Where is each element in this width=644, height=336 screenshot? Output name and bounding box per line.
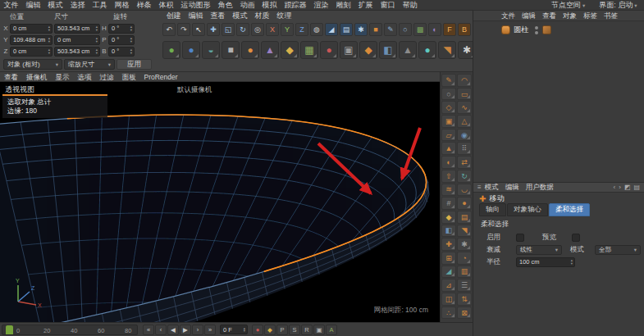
material-menu-item[interactable]: 纹理 (273, 11, 295, 21)
camera-label[interactable]: 默认摄像机 (177, 85, 212, 95)
spinner-icon[interactable]: ▴▾ (129, 48, 132, 54)
spinner-icon[interactable]: ▴▾ (569, 259, 573, 265)
object-manager-menu-item[interactable]: 文件 (498, 11, 518, 21)
spinner-icon[interactable]: ▴▾ (242, 327, 245, 333)
spin-down-icon[interactable]: ▾ (48, 52, 50, 54)
toolbar-icon[interactable]: ▲ (261, 41, 279, 59)
main-menu-item[interactable]: 跟踪器 (281, 0, 310, 11)
apply-button[interactable]: 应用 (116, 59, 152, 70)
falloff-dropdown[interactable]: 线性▾ (516, 245, 562, 255)
toolbar-icon[interactable]: ◒ (202, 41, 220, 59)
toolbar-icon[interactable]: F (443, 23, 456, 36)
modeling-tool-icon[interactable]: ⊞ (441, 252, 456, 265)
attribute-menu-item[interactable]: 用户数据 (523, 182, 557, 193)
toolbar-icon[interactable]: ● (241, 41, 259, 59)
transport-button[interactable]: › (192, 325, 203, 335)
position-x-field[interactable]: 0 cm▴▾ (10, 24, 53, 34)
toolbar-icon[interactable]: Z (295, 23, 308, 36)
prorender-menu[interactable]: ProRender (140, 72, 182, 82)
main-menu-item[interactable]: 模式 (44, 0, 66, 11)
main-menu-item[interactable]: 雕刻 (332, 0, 354, 11)
material-menu-item[interactable]: 模式 (229, 11, 251, 21)
toolbar-icon[interactable]: ● (162, 41, 180, 59)
spinner-icon[interactable]: ▴▾ (94, 48, 98, 54)
modeling-tool-icon[interactable]: ● (457, 197, 472, 210)
cylinder-icon[interactable] (501, 25, 510, 34)
size-x-field[interactable]: 503.543 cm▴▾ (54, 24, 100, 34)
toolbar-icon[interactable]: ◐ (428, 23, 441, 36)
perspective-viewport[interactable]: XYZ 透视视图 选取对象 总计 边缘: 180 默认摄像机 网格间距: 100… (0, 82, 440, 322)
material-menu-item[interactable]: 创建 (162, 11, 185, 21)
modeling-tool-icon[interactable]: ⇧ (441, 170, 456, 183)
spinner-icon[interactable]: ▴▾ (47, 48, 50, 54)
main-menu-item[interactable]: 样条 (133, 0, 155, 11)
playhead[interactable] (6, 325, 13, 335)
radius-field[interactable]: 100 cm▴▾ (516, 257, 575, 267)
timeline-ruler[interactable]: 020406080 (2, 325, 138, 335)
modeling-tool-icon[interactable]: ✱ (457, 238, 472, 251)
transport-button[interactable]: » (204, 325, 216, 335)
modeling-tool-icon[interactable]: ◔ (457, 252, 472, 265)
toolbar-icon[interactable]: B (458, 23, 471, 36)
toolbar-icon[interactable]: Y (281, 23, 294, 36)
modeling-tool-icon[interactable]: ⇄ (457, 156, 472, 169)
main-menu-item[interactable]: 体积 (155, 0, 177, 11)
viewport-menu-item[interactable]: 查看 (0, 72, 22, 82)
current-frame-field[interactable]: 0 F▴▾ (220, 325, 248, 334)
modeling-tool-icon[interactable]: ▣ (441, 115, 456, 128)
object-manager-menu-item[interactable]: 对象 (560, 11, 580, 21)
attribute-tab[interactable]: 对象轴心 (507, 203, 548, 216)
spin-down-icon[interactable]: ▾ (96, 29, 98, 31)
editor-visibility-dot[interactable] (535, 26, 538, 30)
record-button[interactable]: R (301, 325, 313, 335)
modeling-tool-icon[interactable]: ◧ (441, 225, 456, 238)
record-button[interactable]: ◆ (264, 325, 276, 335)
material-menu-item[interactable]: 材质 (251, 11, 273, 21)
modeling-tool-icon[interactable]: ○ (441, 88, 456, 101)
render-visibility-dot[interactable] (535, 31, 538, 34)
modeling-tool-icon[interactable]: ◥ (457, 225, 472, 238)
transport-button[interactable]: ‹ (155, 325, 167, 335)
spin-down-icon[interactable]: ▾ (244, 329, 245, 332)
toolbar-icon[interactable]: ◍ (310, 23, 323, 36)
spin-down-icon[interactable]: ▾ (96, 40, 98, 43)
modeling-tool-icon[interactable]: ✚ (441, 238, 456, 251)
viewport-menu-item[interactable]: 选项 (74, 72, 96, 82)
toolbar-icon[interactable]: X (266, 23, 279, 36)
toolbar-icon[interactable]: ■ (222, 41, 240, 59)
size-y-field[interactable]: 0 cm▴▾ (54, 35, 100, 45)
modeling-tool-icon[interactable]: ◐ (441, 156, 456, 169)
rotation-h-field[interactable]: 0 °▴▾ (108, 24, 135, 34)
toolbar-icon[interactable]: ✎ (384, 23, 397, 36)
spin-down-icon[interactable]: ▾ (96, 52, 98, 54)
main-menu-item[interactable]: 选择 (66, 0, 89, 11)
spin-down-icon[interactable]: ▾ (130, 52, 132, 54)
modeling-tool-icon[interactable]: ◢ (441, 266, 456, 279)
record-button[interactable]: ● (252, 325, 263, 335)
enable-checkbox[interactable] (516, 234, 524, 242)
viewport-menu-item[interactable]: 显示 (52, 72, 74, 82)
modeling-tool-icon[interactable]: △ (457, 115, 472, 128)
toolbar-icon[interactable]: ◆ (281, 41, 299, 59)
toolbar-icon[interactable]: ↶ (162, 23, 176, 36)
coord-mode-dropdown[interactable]: 对象 (相对)▾ (3, 59, 62, 70)
transport-button[interactable]: « (143, 325, 154, 335)
history-back-icon[interactable]: ‹ (614, 184, 616, 191)
modeling-tool-icon[interactable]: ◠ (457, 74, 472, 87)
main-menu-item[interactable]: 动画 (236, 0, 258, 11)
object-manager-menu-item[interactable]: 编辑 (518, 11, 539, 21)
modeling-tool-icon[interactable]: ▤ (457, 211, 472, 224)
object-manager[interactable]: 圆柱 (473, 21, 644, 182)
position-z-field[interactable]: 0 cm▴▾ (10, 47, 53, 57)
toolbar-icon[interactable]: ▤ (340, 23, 353, 36)
main-menu-item[interactable]: 扩展 (354, 0, 377, 11)
modeling-tool-icon[interactable]: ∿ (457, 101, 472, 114)
main-menu-item[interactable]: 工具 (89, 0, 111, 11)
main-menu-item[interactable]: 帮助 (399, 0, 421, 11)
toolbar-icon[interactable]: ◆ (359, 41, 377, 59)
toolbar-icon[interactable]: ◢ (325, 23, 338, 36)
modeling-tool-icon[interactable]: ⊠ (457, 306, 472, 320)
viewport-menu-item[interactable]: 过滤 (96, 72, 118, 82)
spin-down-icon[interactable]: ▾ (48, 40, 50, 43)
visibility-dots[interactable] (535, 26, 538, 34)
